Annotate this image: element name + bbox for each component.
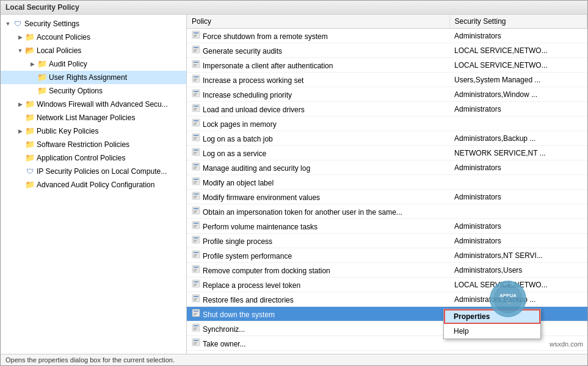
sidebar[interactable]: ▼ 🛡 Security Settings ▶ 📁 Account Polici… <box>1 15 187 354</box>
main-area: ▼ 🛡 Security Settings ▶ 📁 Account Polici… <box>1 15 587 354</box>
table-row[interactable]: Profile system performanceAdministrators… <box>187 248 587 263</box>
policy-list-table: Policy Security Setting Force shutdown f… <box>187 15 587 351</box>
sidebar-item-label: IP Security Policies on Local Compute... <box>37 166 167 177</box>
table-row[interactable]: Load and unload device driversAdministra… <box>187 102 587 117</box>
expand-icon <box>15 180 25 190</box>
setting-cell: Administrators,Backup ... <box>449 131 587 146</box>
shield-icon: 🛡 <box>25 167 35 176</box>
svg-rect-65 <box>194 267 198 268</box>
folder-icon: 📂 <box>25 46 35 56</box>
policy-text: Take owner... <box>203 340 246 348</box>
svg-rect-21 <box>194 106 198 107</box>
policy-text: Perform volume maintenance tasks <box>203 223 318 231</box>
svg-rect-6 <box>194 49 197 51</box>
svg-rect-47 <box>194 198 196 199</box>
policy-row-icon <box>192 340 200 348</box>
setting-cell <box>449 175 587 190</box>
policy-row-icon <box>192 62 200 70</box>
table-row[interactable]: Increase a process working setUsers,Syst… <box>187 73 587 87</box>
svg-rect-55 <box>194 227 196 228</box>
table-row[interactable]: Obtain an impersonation token for anothe… <box>187 204 587 219</box>
sidebar-item-user-rights-assignment[interactable]: 📁 User Rights Assignment <box>1 71 186 84</box>
sidebar-item-windows-firewall[interactable]: ▶ 📁 Windows Firewall with Advanced Secu.… <box>1 98 186 111</box>
svg-rect-26 <box>194 123 197 124</box>
content-pane: Policy Security Setting Force shutdown f… <box>187 15 587 354</box>
svg-rect-13 <box>194 76 198 77</box>
svg-rect-34 <box>194 152 197 153</box>
status-bar: Opens the properties dialog box for the … <box>1 354 587 365</box>
sidebar-item-network-list[interactable]: 📁 Network List Manager Policies <box>1 111 186 124</box>
svg-rect-73 <box>194 296 198 297</box>
svg-rect-35 <box>194 154 196 155</box>
table-row[interactable]: Modify firmware environment valuesAdmini… <box>187 190 587 204</box>
table-row[interactable]: Replace a process level tokenLOCAL SERVI… <box>187 278 587 292</box>
svg-rect-10 <box>194 64 197 65</box>
table-row[interactable]: Generate security auditsLOCAL SERVICE,NE… <box>187 43 587 58</box>
sidebar-item-public-key[interactable]: ▶ 📁 Public Key Policies <box>1 124 186 138</box>
svg-rect-70 <box>194 284 197 285</box>
sidebar-item-label: Security Options <box>49 85 103 96</box>
sidebar-item-security-options[interactable]: 📁 Security Options <box>1 84 186 98</box>
svg-rect-43 <box>194 183 196 184</box>
sidebar-item-software-restriction[interactable]: 📁 Software Restriction Policies <box>1 138 186 151</box>
policy-text: Profile system performance <box>203 252 292 260</box>
table-row[interactable]: Log on as a serviceNETWORK SERVICE,NT ..… <box>187 146 587 160</box>
svg-rect-59 <box>194 242 196 243</box>
context-menu-item-help[interactable]: Help <box>444 324 540 339</box>
svg-rect-46 <box>194 196 197 197</box>
svg-rect-38 <box>194 167 197 168</box>
table-row[interactable]: Log on as a batch jobAdministrators,Back… <box>187 131 587 146</box>
policy-cell: Generate security audits <box>187 43 449 58</box>
table-row[interactable]: Lock pages in memory <box>187 117 587 131</box>
svg-rect-53 <box>194 223 198 224</box>
policy-row-icon <box>192 135 200 143</box>
policy-text: Force shutdown from a remote system <box>203 32 328 41</box>
context-menu-label: Help <box>454 327 469 336</box>
table-row[interactable]: Increase scheduling priorityAdministrato… <box>187 87 587 102</box>
sidebar-item-ip-security[interactable]: 🛡 IP Security Policies on Local Compute.… <box>1 165 186 178</box>
table-row[interactable]: Restore files and directoriesAdministrat… <box>187 292 587 307</box>
policy-text: Impersonate a client after authenticatio… <box>203 62 333 70</box>
setting-cell: Administrators,Users <box>449 263 587 278</box>
svg-rect-57 <box>194 237 198 239</box>
policy-cell: Profile system performance <box>187 248 449 263</box>
svg-rect-63 <box>194 256 196 257</box>
table-row[interactable]: Force shutdown from a remote systemAdmin… <box>187 29 587 43</box>
sidebar-item-local-policies[interactable]: ▼ 📂 Local Policies <box>1 44 186 57</box>
svg-rect-61 <box>194 252 198 253</box>
svg-rect-83 <box>194 329 196 331</box>
sidebar-item-application-control[interactable]: 📁 Application Control Policies <box>1 151 186 165</box>
svg-rect-81 <box>194 325 198 326</box>
table-row[interactable]: Profile single processAdministrators <box>187 234 587 248</box>
policy-cell: Lock pages in memory <box>187 117 449 131</box>
sidebar-item-account-policies[interactable]: ▶ 📁 Account Policies <box>1 30 186 44</box>
table-row[interactable]: Remove computer from docking stationAdmi… <box>187 263 587 278</box>
policy-row-icon <box>192 296 200 304</box>
shield-icon: 🛡 <box>13 19 23 29</box>
table-row[interactable]: Manage auditing and security logAdminist… <box>187 160 587 175</box>
title-bar: Local Security Policy <box>1 1 587 15</box>
setting-cell: NETWORK SERVICE,NT ... <box>449 146 587 160</box>
svg-rect-17 <box>194 91 198 92</box>
folder-icon: 📁 <box>25 180 35 190</box>
table-row[interactable]: Modify an object label <box>187 175 587 190</box>
setting-cell: LOCAL SERVICE,NETWO... <box>449 278 587 292</box>
svg-rect-27 <box>194 124 196 126</box>
svg-rect-19 <box>194 95 196 96</box>
policy-table[interactable]: Policy Security Setting Force shutdown f… <box>187 15 587 354</box>
sidebar-item-audit-policy[interactable]: ▶ 📁 Audit Policy <box>1 57 186 71</box>
table-row[interactable]: Impersonate a client after authenticatio… <box>187 58 587 73</box>
column-header-policy[interactable]: Policy <box>187 15 449 29</box>
policy-cell: Increase scheduling priority <box>187 87 449 102</box>
policy-text: Generate security audits <box>203 47 282 56</box>
policy-cell: Shut down the system <box>187 307 449 321</box>
table-row[interactable]: Perform volume maintenance tasksAdminist… <box>187 219 587 234</box>
context-menu-item-properties[interactable]: Properties <box>444 309 540 324</box>
sidebar-item-security-settings[interactable]: ▼ 🛡 Security Settings <box>1 17 186 30</box>
column-header-setting[interactable]: Security Setting <box>449 15 587 29</box>
policy-cell: Modify an object label <box>187 175 449 190</box>
sidebar-item-advanced-audit[interactable]: 📁 Advanced Audit Policy Configuration <box>1 178 186 192</box>
policy-text: Replace a process level token <box>203 281 300 290</box>
policy-cell: Profile single process <box>187 234 449 248</box>
svg-rect-86 <box>194 342 197 343</box>
